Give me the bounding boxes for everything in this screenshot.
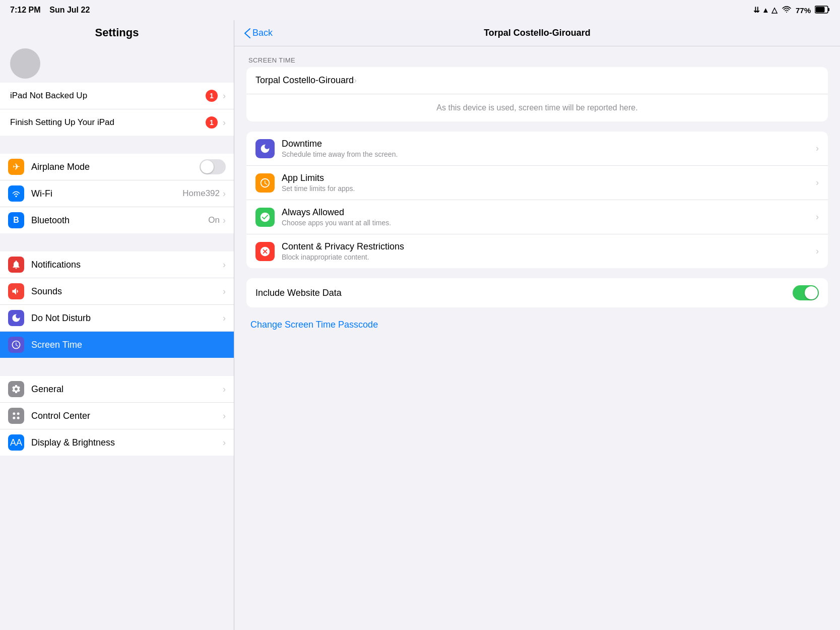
svg-rect-1 [828, 8, 830, 11]
bluetooth-chevron: › [223, 215, 226, 226]
avatar-area [0, 44, 234, 83]
general-chevron: › [223, 384, 226, 395]
avatar[interactable] [10, 48, 40, 79]
ipad-backup-badge: 1 [206, 90, 218, 102]
app-limits-title: App Limits [282, 173, 816, 183]
screen-time-empty-text: As this device is used, screen time will… [436, 103, 637, 112]
back-button[interactable]: Back [244, 28, 273, 38]
connectivity-section: ✈ Airplane Mode Wi-Fi Home392 › [0, 154, 234, 233]
sidebar-title: Settings [0, 20, 234, 44]
airplane-mode-icon: ✈ [8, 159, 24, 175]
content-privacy-text: Content & Privacy Restrictions Block ina… [282, 241, 816, 261]
dnd-icon [8, 310, 24, 326]
airplane-mode-toggle[interactable] [200, 159, 226, 174]
passcode-link[interactable]: Change Screen Time Passcode [248, 316, 380, 334]
finish-setup-badge: 1 [206, 116, 218, 129]
battery-icon [815, 6, 830, 15]
notifications-icon [8, 257, 24, 273]
svg-point-5 [17, 412, 20, 415]
general-row[interactable]: General › [0, 376, 234, 403]
dnd-label: Do Not Disturb [31, 313, 223, 324]
content-privacy-row[interactable]: Content & Privacy Restrictions Block ina… [246, 234, 828, 268]
gap-2 [0, 233, 234, 251]
sounds-label: Sounds [31, 286, 223, 297]
content-privacy-icon [255, 242, 275, 261]
sounds-chevron: › [223, 286, 226, 297]
include-website-row: Include Website Data [246, 278, 828, 307]
wifi-row-icon [8, 185, 24, 202]
svg-point-3 [16, 196, 17, 197]
content-privacy-title: Content & Privacy Restrictions [282, 241, 816, 252]
control-center-label: Control Center [31, 411, 223, 421]
wifi-chevron: › [223, 188, 226, 199]
always-allowed-row[interactable]: Always Allowed Choose apps you want at a… [246, 200, 828, 234]
include-website-toggle[interactable] [793, 285, 819, 300]
bluetooth-value: On [208, 215, 220, 225]
sidebar: Settings iPad Not Backed Up 1 › Finish S… [0, 20, 234, 630]
sounds-icon [8, 283, 24, 299]
finish-setup-text: Finish Setting Up Your iPad [10, 117, 206, 128]
date-text: Sun Jul 22 [49, 6, 90, 14]
content-privacy-subtitle: Block inappropriate content. [282, 253, 816, 261]
screen-time-section: SCREEN TIME Torpal Costello-Girouard › A… [246, 56, 828, 121]
downtime-icon [255, 139, 275, 158]
sounds-row[interactable]: Sounds › [0, 278, 234, 305]
main-layout: Settings iPad Not Backed Up 1 › Finish S… [0, 20, 840, 630]
svg-point-4 [13, 412, 15, 415]
control-center-icon [8, 408, 24, 424]
app-limits-icon [255, 173, 275, 193]
downtime-title: Downtime [282, 139, 816, 149]
wifi-row[interactable]: Wi-Fi Home392 › [0, 180, 234, 207]
svg-point-7 [17, 417, 20, 419]
status-right: ⇊ ▲ △ 77% [753, 6, 830, 15]
dnd-chevron: › [223, 313, 226, 324]
dnd-row[interactable]: Do Not Disturb › [0, 305, 234, 332]
downtime-row[interactable]: Downtime Schedule time away from the scr… [246, 132, 828, 166]
always-allowed-text: Always Allowed Choose apps you want at a… [282, 207, 816, 227]
system-section: General › Control Center › AA [0, 376, 234, 456]
svg-point-6 [13, 417, 15, 419]
svg-rect-2 [816, 7, 825, 12]
always-allowed-icon [255, 208, 275, 227]
app-limits-subtitle: Set time limits for apps. [282, 184, 816, 193]
display-icon: AA [8, 434, 24, 451]
alerts-section: Notifications › Sounds › [0, 251, 234, 358]
downtime-text: Downtime Schedule time away from the scr… [282, 139, 816, 158]
airplane-mode-row[interactable]: ✈ Airplane Mode [0, 154, 234, 180]
display-label: Display & Brightness [31, 437, 223, 448]
display-brightness-row[interactable]: AA Display & Brightness › [0, 429, 234, 456]
control-center-row[interactable]: Control Center › [0, 403, 234, 429]
always-allowed-title: Always Allowed [282, 207, 816, 218]
airplane-mode-label: Airplane Mode [31, 162, 200, 172]
passcode-link-container: Change Screen Time Passcode [246, 318, 828, 332]
app-limits-text: App Limits Set time limits for apps. [282, 173, 816, 193]
ipad-backup-chevron: › [223, 91, 226, 101]
screen-time-section-label: SCREEN TIME [246, 56, 828, 67]
time-text: 7:12 PM [10, 6, 40, 14]
person-name: Torpal Costello-Girouard [255, 75, 354, 86]
ipad-backup-row[interactable]: iPad Not Backed Up 1 › [0, 83, 234, 109]
notifications-row[interactable]: Notifications › [0, 251, 234, 278]
display-chevron: › [223, 437, 226, 448]
finish-setup-row[interactable]: Finish Setting Up Your iPad 1 › [0, 109, 234, 136]
person-name-row[interactable]: Torpal Costello-Girouard › [246, 67, 828, 94]
right-content: SCREEN TIME Torpal Costello-Girouard › A… [234, 46, 840, 342]
gap-1 [0, 136, 234, 154]
gap-3 [0, 358, 234, 376]
wifi-signal [782, 6, 792, 15]
status-bar: 7:12 PM Sun Jul 22 ⇊ ▲ △ 77% [0, 0, 840, 20]
downtime-subtitle: Schedule time away from the screen. [282, 150, 816, 158]
app-limits-row[interactable]: App Limits Set time limits for apps. › [246, 166, 828, 200]
notifications-chevron: › [223, 260, 226, 270]
features-card: Downtime Schedule time away from the scr… [246, 132, 828, 268]
finish-setup-chevron: › [223, 117, 226, 128]
downtime-chevron: › [816, 143, 819, 154]
bluetooth-row[interactable]: B Bluetooth On › [0, 207, 234, 233]
gap-4 [0, 456, 234, 474]
status-time: 7:12 PM Sun Jul 22 [10, 6, 90, 15]
bluetooth-label: Bluetooth [31, 215, 208, 226]
battery-percent: 77% [796, 6, 811, 15]
screen-time-row[interactable]: Screen Time [0, 332, 234, 358]
screen-time-empty-row: As this device is used, screen time will… [246, 94, 828, 121]
screen-time-card: Torpal Costello-Girouard › As this devic… [246, 67, 828, 121]
